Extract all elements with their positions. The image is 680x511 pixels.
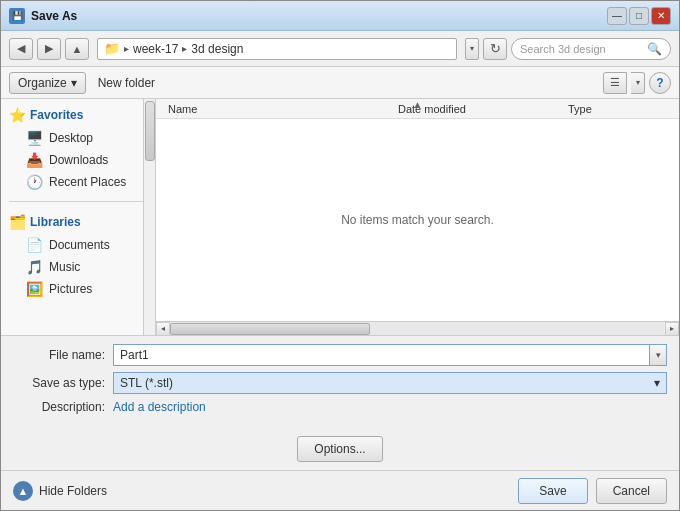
description-label: Description: [13,400,113,414]
help-button[interactable]: ? [649,72,671,94]
libraries-section: 🗂️ Libraries 📄 Documents 🎵 Music 🖼️ Pict… [1,206,155,304]
favorites-star-icon: ⭐ [9,107,26,123]
sidebar-item-pictures[interactable]: 🖼️ Pictures [9,278,151,300]
content-area: ⭐ Favorites 🖥️ Desktop 📥 Downloads 🕐 Rec… [1,99,679,335]
sidebar-divider [9,201,147,202]
maximize-button[interactable]: □ [629,7,649,25]
filename-input-wrapper: ▾ [113,344,667,366]
organize-label: Organize [18,76,67,90]
search-placeholder: Search 3d design [520,43,606,55]
file-content-area: No items match your search. [156,119,679,321]
pictures-label: Pictures [49,282,92,296]
scroll-thumb[interactable] [170,323,370,335]
title-controls: — □ ✕ [607,7,671,25]
form-area: File name: ▾ Save as type: STL (*.stl) ▾… [1,335,679,428]
downloads-icon: 📥 [25,152,43,168]
title-bar-left: 💾 Save As [9,8,77,24]
title-bar: 💾 Save As — □ ✕ [1,1,679,31]
scroll-right-button[interactable]: ▸ [665,322,679,336]
search-icon: 🔍 [647,42,662,56]
recent-places-icon: 🕐 [25,174,43,190]
filename-input[interactable] [113,344,649,366]
desktop-label: Desktop [49,131,93,145]
savetype-arrow: ▾ [654,376,660,390]
col-name-header[interactable]: Name [164,103,394,115]
footer: ▲ Hide Folders Save Cancel [1,470,679,510]
options-area: Options... [1,428,679,470]
minimize-button[interactable]: — [607,7,627,25]
favorites-section: ⭐ Favorites 🖥️ Desktop 📥 Downloads 🕐 Rec… [1,99,155,197]
libraries-icon: 🗂️ [9,214,26,230]
sidebar-item-music[interactable]: 🎵 Music [9,256,151,278]
documents-icon: 📄 [25,237,43,253]
sidebar-item-documents[interactable]: 📄 Documents [9,234,151,256]
description-row: Description: Add a description [13,400,667,414]
nav-toolbar: ◀ ▶ ▲ 📁 ▸ week-17 ▸ 3d design ▾ ↻ Search… [1,31,679,67]
organize-button[interactable]: Organize [9,72,86,94]
dialog-title: Save As [31,9,77,23]
filename-label: File name: [13,348,113,362]
options-button[interactable]: Options... [297,436,382,462]
col-type-header[interactable]: Type [564,103,664,115]
savetype-row: Save as type: STL (*.stl) ▾ [13,372,667,394]
libraries-header[interactable]: 🗂️ Libraries [9,214,151,230]
breadcrumb-3ddesign[interactable]: 3d design [191,42,243,56]
filename-row: File name: ▾ [13,344,667,366]
sidebar-scroll-thumb[interactable] [145,101,155,161]
breadcrumb-bar[interactable]: 📁 ▸ week-17 ▸ 3d design [97,38,457,60]
libraries-label: Libraries [30,215,81,229]
music-label: Music [49,260,80,274]
savetype-label: Save as type: [13,376,113,390]
sidebar-item-downloads[interactable]: 📥 Downloads [9,149,151,171]
save-as-dialog: 💾 Save As — □ ✕ ◀ ▶ ▲ 📁 ▸ week-17 ▸ 3d d… [0,0,680,511]
view-button[interactable]: ☰ [603,72,627,94]
sidebar-item-desktop[interactable]: 🖥️ Desktop [9,127,151,149]
recent-places-label: Recent Places [49,175,126,189]
back-button[interactable]: ◀ [9,38,33,60]
new-folder-button[interactable]: New folder [94,72,159,94]
file-area: ▲ Name Date modified Type No items match… [156,99,679,335]
scroll-left-button[interactable]: ◂ [156,322,170,336]
organize-arrow [71,76,77,90]
close-button[interactable]: ✕ [651,7,671,25]
hide-folders-icon: ▲ [13,481,33,501]
sidebar-scrollbar[interactable] [143,99,155,335]
description-link[interactable]: Add a description [113,400,206,414]
breadcrumb-dropdown-button[interactable]: ▾ [465,38,479,60]
view-dropdown-button[interactable]: ▾ [631,72,645,94]
footer-buttons: Save Cancel [518,478,667,504]
breadcrumb-week17[interactable]: week-17 [133,42,178,56]
pictures-icon: 🖼️ [25,281,43,297]
save-button[interactable]: Save [518,478,587,504]
favorites-header[interactable]: ⭐ Favorites [9,107,151,123]
breadcrumb-folder-icon: 📁 [104,41,120,56]
hide-folders-button[interactable]: ▲ Hide Folders [13,481,107,501]
breadcrumb-separator-1: ▸ [124,43,129,54]
documents-label: Documents [49,238,110,252]
forward-button[interactable]: ▶ [37,38,61,60]
dialog-icon: 💾 [9,8,25,24]
savetype-input-wrapper: STL (*.stl) ▾ [113,372,667,394]
hide-folders-label: Hide Folders [39,484,107,498]
downloads-label: Downloads [49,153,108,167]
up-button[interactable]: ▲ [65,38,89,60]
toolbar-right: ☰ ▾ ? [603,72,671,94]
savetype-value: STL (*.stl) [120,376,173,390]
horizontal-scrollbar: ◂ ▸ [156,321,679,335]
music-icon: 🎵 [25,259,43,275]
file-column-header: ▲ Name Date modified Type [156,99,679,119]
organize-toolbar: Organize New folder ☰ ▾ ? [1,67,679,99]
cancel-button[interactable]: Cancel [596,478,667,504]
scroll-track[interactable] [170,322,665,336]
refresh-button[interactable]: ↻ [483,38,507,60]
desktop-icon: 🖥️ [25,130,43,146]
savetype-select[interactable]: STL (*.stl) ▾ [113,372,667,394]
search-box[interactable]: Search 3d design 🔍 [511,38,671,60]
filename-dropdown-button[interactable]: ▾ [649,344,667,366]
sidebar-item-recent-places[interactable]: 🕐 Recent Places [9,171,151,193]
sidebar: ⭐ Favorites 🖥️ Desktop 📥 Downloads 🕐 Rec… [1,99,156,335]
no-items-message: No items match your search. [341,213,494,227]
sort-arrow-icon: ▲ [413,99,423,110]
breadcrumb-separator-2: ▸ [182,43,187,54]
favorites-label: Favorites [30,108,83,122]
